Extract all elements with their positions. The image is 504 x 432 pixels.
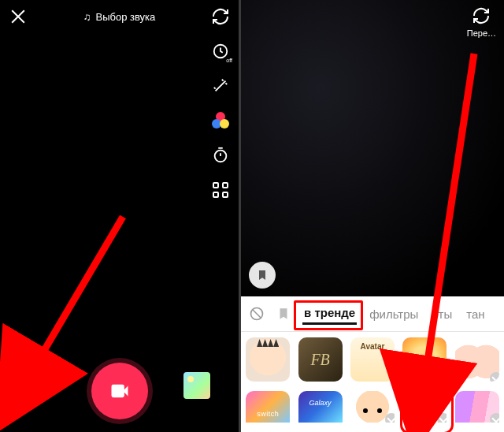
speed-icon[interactable]: off [210, 41, 231, 61]
music-note-icon: ♫ [83, 11, 91, 23]
effects-screen: Пере… в тренде фильтры эты тан [241, 0, 504, 432]
bookmark-icon [256, 269, 269, 281]
flip-camera-tool[interactable]: Пере… [467, 6, 496, 38]
side-toolbar: off [210, 6, 231, 200]
download-icon [490, 413, 499, 423]
effect-big-face[interactable] [350, 391, 395, 423]
svg-line-6 [425, 54, 474, 377]
filters-icon[interactable] [210, 110, 231, 131]
effect-avatar[interactable] [350, 337, 395, 382]
beauty-icon[interactable] [210, 76, 231, 96]
download-icon [385, 413, 395, 423]
tab-none-icon[interactable] [249, 306, 265, 322]
annotation-arrow-effects [20, 217, 131, 393]
flip-camera-icon[interactable] [210, 6, 231, 27]
flip-camera-icon [472, 6, 491, 25]
effect-crown-face[interactable] [246, 337, 290, 382]
more-tools-icon[interactable] [210, 180, 231, 200]
sound-select-label: Выбор звука [95, 11, 155, 23]
annotation-arrow-effect [389, 54, 484, 404]
speed-off-badge: off [226, 58, 232, 63]
flip-label: Пере… [467, 28, 496, 38]
annotation-box-effect [400, 387, 454, 432]
svg-line-3 [35, 217, 123, 367]
record-screen: ♫ Выбор звука off [0, 0, 239, 432]
bookmark-current-effect[interactable] [249, 262, 276, 289]
effect-galaxy-shake[interactable] [298, 391, 343, 423]
download-icon [490, 372, 499, 382]
upload-button[interactable] [183, 372, 210, 399]
screenshot-stage: ♫ Выбор звука off [0, 0, 504, 432]
annotation-box-trending-tab [294, 300, 363, 330]
sound-select-button[interactable]: ♫ Выбор звука [83, 11, 156, 23]
close-icon[interactable] [9, 8, 27, 25]
effect-fb-monogram[interactable] [298, 337, 343, 382]
effect-melody-switch[interactable] [246, 391, 290, 423]
tab-bookmarks-icon[interactable] [276, 306, 291, 322]
timer-icon[interactable] [210, 145, 231, 166]
